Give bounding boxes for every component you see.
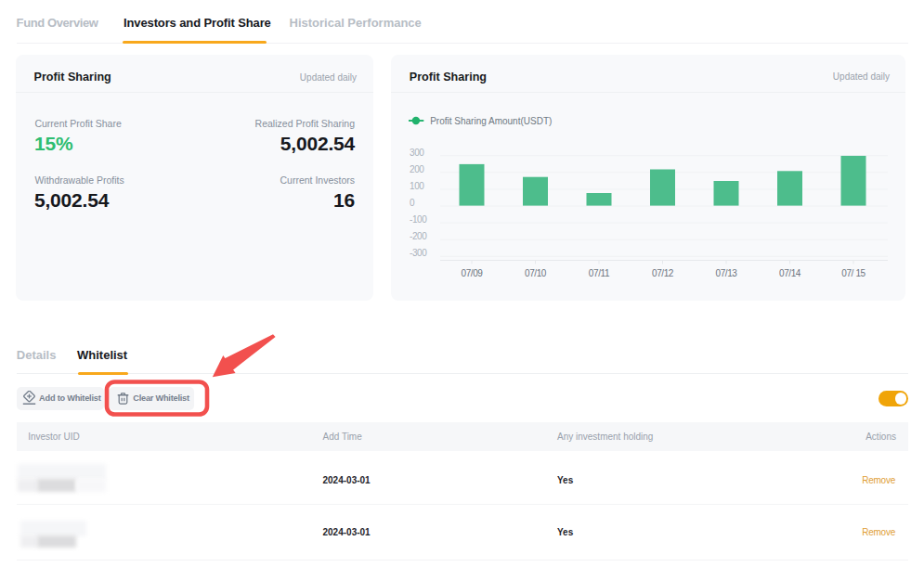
svg-text:07/11: 07/11 — [589, 268, 610, 278]
svg-text:-100: -100 — [410, 214, 427, 225]
svg-text:07/ 15: 07/ 15 — [841, 268, 865, 278]
svg-text:Profit Sharing Amount(USDT): Profit Sharing Amount(USDT) — [430, 116, 552, 126]
svg-text:-200: -200 — [410, 231, 427, 241]
svg-text:0: 0 — [410, 198, 415, 208]
svg-text:07/09: 07/09 — [461, 268, 483, 278]
svg-text:07/12: 07/12 — [652, 268, 674, 278]
svg-text:300: 300 — [410, 148, 424, 158]
svg-text:200: 200 — [410, 164, 424, 174]
svg-text:100: 100 — [410, 181, 424, 191]
svg-text:07/13: 07/13 — [715, 268, 737, 278]
svg-text:07/14: 07/14 — [779, 268, 801, 278]
svg-text:-300: -300 — [410, 248, 427, 258]
svg-text:07/10: 07/10 — [525, 268, 547, 278]
